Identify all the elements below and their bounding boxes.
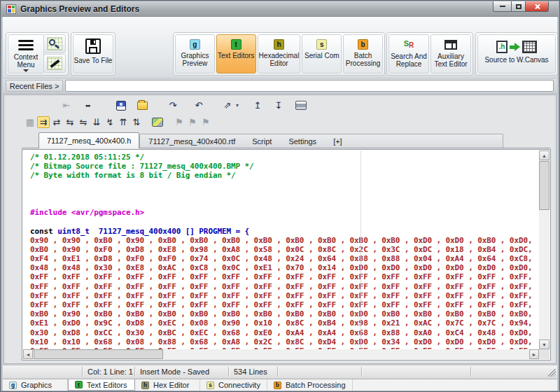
bookmark-2-icon[interactable]: ⚑ <box>186 116 199 128</box>
doc-tab[interactable]: Settings <box>280 134 325 148</box>
data-table-icon[interactable]: ▦ <box>24 116 36 128</box>
shift-up-icon[interactable]: ⇈ <box>117 116 130 128</box>
bottom-tab-graphics[interactable]: gGraphics <box>3 379 68 391</box>
bottom-tab-hex-editor[interactable]: hHex Editor <box>135 379 200 391</box>
bookmark-1-icon[interactable]: ⚑ <box>173 116 186 128</box>
bottom-tab-connectivity[interactable]: sConnectivity <box>200 379 267 391</box>
pen-grid-icon <box>47 57 62 70</box>
close-file-icon[interactable]: ⇤ <box>60 99 73 111</box>
code-line: /* 01.12.2018 05:11:25 */ <box>30 153 539 162</box>
maximize-button[interactable] <box>512 1 526 12</box>
search-and-replace-button[interactable]: SR Search And Replace <box>388 34 429 74</box>
maximize-icon <box>516 4 522 9</box>
zoom-grid-button[interactable] <box>43 34 66 53</box>
auxiliary-text-editor-button[interactable]: Auxiliary Text Editor <box>430 34 471 74</box>
ribbon-button-graphics-preview[interactable]: gGraphics Preview <box>175 34 215 74</box>
context-menu-label: Context Menu <box>8 53 43 69</box>
save-icon[interactable] <box>116 101 126 111</box>
code-line: /* Byte width format is 8 bit / Big endi… <box>30 171 539 180</box>
close-icon <box>534 4 540 10</box>
bookmark-3-icon[interactable]: ⚑ <box>200 116 212 128</box>
graphics-preview-icon: g <box>190 39 200 50</box>
recent-files-field[interactable] <box>65 80 554 92</box>
bottom-tab-label: Hex Editor <box>153 381 189 389</box>
document-tab-bar: 71127_mesq_400x400.h 71127_mesq_400x400.… <box>22 132 550 148</box>
save-to-file-label: Save To File <box>74 57 113 64</box>
code-line: 0xFF , 0xFF , 0xFF , 0xFF , 0xFF , 0xFF … <box>30 300 539 309</box>
flip-vertical-icon[interactable]: ⇅ <box>130 116 143 128</box>
code-line: 0xF4 , 0xE1 , 0xD8 , 0xF0 , 0xF0 , 0x74 … <box>30 254 539 263</box>
scroll-to-top-icon[interactable]: ↥ <box>251 99 264 111</box>
undo-icon[interactable]: ↶ <box>192 99 205 111</box>
ribbon-button-text-editors[interactable]: tText Editors <box>216 34 256 74</box>
code-text[interactable]: /* 01.12.2018 05:11:25 *//* Bitmap Sourc… <box>23 150 539 349</box>
reverse-row-icon[interactable]: ⇆ <box>64 116 76 128</box>
code-line: 0x48 , 0x48 , 0x30 , 0xE8 , 0xAC , 0xC8 … <box>30 263 539 272</box>
redo-icon[interactable]: ↷ <box>167 99 179 111</box>
context-menu-button[interactable]: Context Menu <box>8 34 44 74</box>
ribbon-button-hexadecimal-editor[interactable]: hHexadecimal Editor <box>258 34 301 74</box>
minimize-button[interactable] <box>493 1 512 12</box>
doc-tab[interactable]: [+] <box>325 134 351 148</box>
save-to-file-button[interactable]: Save To File <box>73 34 113 74</box>
scroll-left-arrow[interactable]: ◄ <box>23 349 33 359</box>
doc-tab-strip: 71127_mesq_400x400.rtfScriptSettings[+] <box>139 134 503 148</box>
green-arrow-icon <box>510 43 520 51</box>
horizontal-scroll-thumb[interactable] <box>34 349 163 359</box>
code-line <box>30 181 539 190</box>
ribbon-group-apps: gGraphics PreviewtText EditorshHexadecim… <box>173 32 385 76</box>
scroll-up-arrow[interactable]: ▲ <box>539 150 550 160</box>
ribbon-button-serial-com[interactable]: sSerial Com <box>302 34 342 74</box>
canvas-grid-icon <box>522 41 537 53</box>
shift-down-icon[interactable]: ⇊ <box>90 116 103 128</box>
export-dropdown-icon[interactable]: ▾ <box>234 99 241 111</box>
export-icon[interactable]: ⇗ <box>221 99 234 111</box>
batch-processing-icon: b <box>358 39 368 50</box>
ribbon-button-label: Serial Com <box>304 52 340 59</box>
rotate-data-icon[interactable]: ↯ <box>104 116 116 128</box>
editor-mode: Insert Mode - Saved <box>140 368 209 376</box>
bottom-tab-label: Connectivity <box>218 381 260 389</box>
ribbon-group-canvas: .h Source to W.Canvas <box>475 32 558 76</box>
find-icon[interactable]: ●● <box>81 99 94 111</box>
doc-tab[interactable]: Script <box>244 134 280 148</box>
title-bar: Graphics Preview and Editors <box>1 1 559 17</box>
bottom-tab-text-editors[interactable]: tText Editors <box>68 379 135 391</box>
ribbon-button-batch-processing[interactable]: bBatch Processing <box>343 34 383 74</box>
code-line <box>30 190 539 199</box>
convert-output-icon[interactable] <box>152 118 163 127</box>
bottom-tab-batch-processing[interactable]: bBatch Processing <box>267 379 353 391</box>
ribbon-group-save: Save To File <box>71 32 115 76</box>
source-to-canvas-button[interactable]: .h Source to W.Canvas <box>477 34 556 74</box>
hex-editor-icon: h <box>141 382 149 389</box>
swap-bytes-icon[interactable]: ⇄ <box>50 116 63 128</box>
ribbon-button-label: Batch Processing <box>344 52 382 67</box>
open-file-icon[interactable] <box>137 102 148 110</box>
pen-grid-button[interactable] <box>43 54 66 73</box>
app-icon <box>6 4 16 14</box>
connectivity-icon: s <box>206 382 214 389</box>
shift-bytes-right-icon[interactable]: ⇉ <box>37 116 50 128</box>
print-icon[interactable] <box>295 101 307 110</box>
mirror-data-icon[interactable]: ⇋ <box>77 116 90 128</box>
recent-files-button[interactable]: Recent Files > <box>6 80 63 92</box>
code-line: /* Bitmap Source file : 71127_mesq_400x4… <box>30 162 539 171</box>
scroll-to-bottom-icon[interactable]: ↧ <box>272 99 285 111</box>
vertical-scrollbar[interactable]: ▲ ▼ <box>539 150 550 349</box>
graphics-icon: g <box>9 382 17 389</box>
doc-tab-active[interactable]: 71127_mesq_400x400.h <box>38 132 139 148</box>
floppy-disk-icon <box>85 38 101 54</box>
ribbon-group-menu: Context Menu <box>6 32 69 76</box>
scroll-right-arrow[interactable]: ► <box>529 349 539 359</box>
close-button[interactable] <box>526 1 549 12</box>
status-bar: Col: 1 Line: 1 Insert Mode - Saved 534 L… <box>3 365 557 378</box>
horizontal-scrollbar[interactable]: ◄ ► <box>23 349 539 359</box>
resize-grip[interactable] <box>548 369 556 377</box>
ribbon-button-label: Hexadecimal Editor <box>258 52 300 67</box>
doc-tab[interactable]: 71127_mesq_400x400.rtf <box>140 134 244 148</box>
ribbon-button-label: Graphics Preview <box>176 52 214 67</box>
editor-panel: ⇤●●↷↶⇗▾↥↧ ▦⇉⇄⇆⇋⇊↯⇈⇅⚑⚑⚑ 71127_mesq_400x40… <box>4 94 556 364</box>
scroll-down-arrow[interactable]: ▼ <box>539 340 550 349</box>
vertical-scroll-thumb[interactable] <box>539 161 550 210</box>
editor-toolbar-row1: ⇤●●↷↶⇗▾↥↧ <box>22 98 550 113</box>
